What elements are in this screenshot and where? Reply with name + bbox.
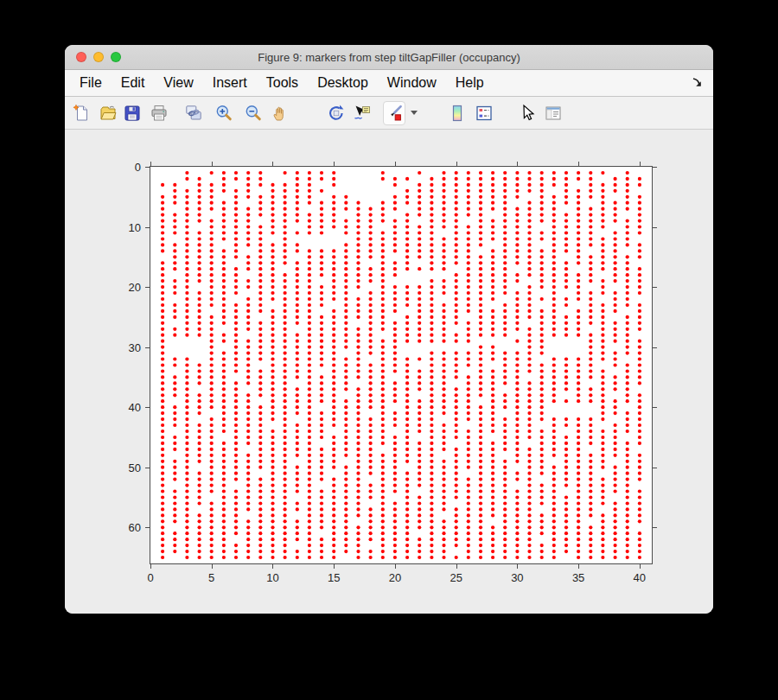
minimize-button[interactable] [93, 52, 104, 62]
print-figure-icon [150, 104, 169, 123]
axis-tick [456, 564, 457, 569]
x-tick-label: 10 [266, 571, 278, 584]
y-tick-label: 10 [115, 220, 141, 233]
axis-tick [145, 227, 150, 228]
axis-tick [653, 167, 657, 168]
y-tick-label: 50 [115, 461, 141, 474]
axis-tick [653, 527, 657, 528]
axis-tick [334, 162, 335, 166]
open-file-button[interactable] [98, 102, 118, 124]
axis-tick [150, 564, 151, 569]
open-file-icon [99, 104, 118, 123]
insert-legend-icon [475, 104, 494, 123]
edit-plot-icon [518, 104, 537, 123]
axis-tick [212, 162, 213, 166]
y-tick-label: 60 [115, 521, 141, 534]
axis-tick [578, 564, 579, 569]
y-tick-label: 20 [115, 281, 141, 294]
axis-tick [640, 564, 641, 569]
x-tick-label: 5 [208, 571, 214, 584]
y-tick-label: 0 [115, 161, 141, 174]
x-tick-label: 0 [147, 571, 153, 584]
plot-axes[interactable] [150, 166, 653, 564]
x-tick-label: 35 [572, 571, 584, 584]
desktop-background: Figure 9: markers from step tiltGapFille… [0, 0, 778, 700]
menu-item-file[interactable]: File [70, 70, 112, 96]
axis-tick [145, 167, 150, 168]
axis-tick [145, 347, 150, 348]
figure-window: Figure 9: markers from step tiltGapFille… [65, 45, 713, 614]
x-tick-label: 15 [328, 571, 340, 584]
zoom-button[interactable] [111, 52, 121, 62]
brush-data-button[interactable] [383, 101, 405, 125]
axis-tick [456, 162, 457, 166]
figure-canvas: 05101520253035400102030405060 [65, 130, 713, 614]
window-title: Figure 9: markers from step tiltGapFille… [258, 51, 520, 64]
menu-item-edit[interactable]: Edit [112, 70, 155, 96]
zoom-in-icon [214, 104, 233, 123]
pan-icon [271, 104, 290, 123]
axis-tick [653, 287, 657, 288]
menu-item-desktop[interactable]: Desktop [308, 70, 378, 96]
y-tick-label: 30 [115, 340, 141, 353]
data-cursor-icon [353, 104, 372, 123]
insert-colorbar-button[interactable] [447, 102, 468, 124]
dock-figure-arrow-icon[interactable] [691, 76, 705, 90]
x-tick-label: 20 [389, 571, 401, 584]
menu-item-tools[interactable]: Tools [257, 70, 308, 96]
title-bar[interactable]: Figure 9: markers from step tiltGapFille… [65, 45, 713, 70]
axis-tick [395, 564, 396, 569]
data-cursor-button[interactable] [352, 102, 373, 124]
menu-item-insert[interactable]: Insert [203, 70, 257, 96]
menu-item-help[interactable]: Help [446, 70, 494, 96]
close-button[interactable] [76, 52, 86, 62]
print-figure-button[interactable] [149, 102, 169, 124]
figure-toolbar [65, 97, 713, 130]
x-tick-label: 40 [634, 571, 646, 584]
axis-tick [212, 564, 213, 569]
insert-legend-button[interactable] [474, 102, 494, 124]
link-plot-button[interactable] [183, 102, 204, 124]
insert-colorbar-icon [448, 104, 467, 123]
axis-tick [640, 162, 641, 166]
save-figure-icon [123, 104, 142, 123]
save-figure-button[interactable] [122, 102, 143, 124]
axis-tick [653, 227, 657, 228]
axis-tick [145, 468, 150, 468]
axis-tick [517, 564, 518, 569]
menu-item-view[interactable]: View [154, 70, 202, 96]
axis-tick [653, 468, 657, 468]
brush-data-dropdown-icon[interactable] [411, 111, 418, 115]
zoom-in-button[interactable] [214, 102, 234, 124]
plot-tools-dock-icon [544, 104, 563, 123]
axis-tick [517, 162, 518, 166]
link-plot-icon [184, 104, 203, 123]
axis-tick [150, 162, 151, 166]
axis-tick [578, 162, 579, 166]
menu-item-window[interactable]: Window [378, 70, 446, 96]
pan-button[interactable] [270, 102, 290, 124]
axis-tick [334, 564, 335, 569]
axis-tick [145, 407, 150, 408]
rotate-3d-icon [327, 104, 346, 123]
y-tick-label: 40 [115, 401, 141, 414]
menu-bar: FileEditViewInsertToolsDesktopWindowHelp [65, 70, 713, 97]
axis-tick [272, 162, 273, 166]
rotate-3d-button[interactable] [326, 102, 347, 124]
axis-tick [272, 564, 273, 569]
new-figure-button[interactable] [71, 102, 92, 124]
new-figure-icon [72, 104, 91, 123]
zoom-out-button[interactable] [243, 102, 264, 124]
x-tick-label: 25 [450, 571, 462, 584]
traffic-lights [76, 45, 121, 69]
brush-data-icon [385, 104, 404, 123]
zoom-out-icon [244, 104, 263, 123]
axis-tick [145, 287, 150, 288]
edit-plot-button[interactable] [517, 102, 538, 124]
scatter-plot[interactable] [150, 167, 652, 563]
axis-tick [145, 527, 150, 528]
plot-tools-dock-button[interactable] [543, 102, 564, 124]
axis-tick [653, 347, 657, 348]
axis-tick [653, 407, 657, 408]
axis-tick [395, 162, 396, 166]
